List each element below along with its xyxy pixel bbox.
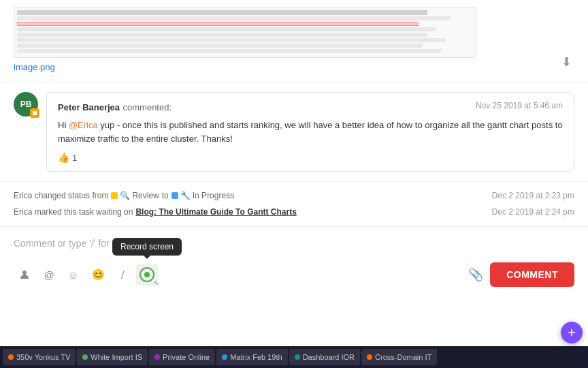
activity-row-2: Erica marked this task waiting on Blog: … [14,204,574,220]
record-screen-tooltip: Record screen [112,238,182,256]
comment-timestamp: Nov 25 2019 at 5:46 am [476,101,563,113]
image-link[interactable]: image.png [14,62,559,72]
comment-toolbar: @ ☺ 😊 / Record screen ↖ [14,258,574,287]
main-container: image.png ⬇ PB Peter Banerjea commented:… [0,0,588,368]
taskbar-dot-0 [8,354,14,360]
taskbar-dot-2 [154,354,160,360]
taskbar-label-3: Matrix Feb 19th [230,353,282,361]
avatar: PB [14,92,38,172]
avatar-badge [30,108,39,118]
thumbs-up-icon: 👍 [58,152,69,163]
taskbar-label-4: Dashboard IOR [303,353,355,361]
activity-prefix-1: Erica changed status from [14,191,108,200]
comment-action: commented: [123,102,172,112]
record-dot-icon [144,272,150,277]
taskbar-dot-5 [367,354,372,360]
status-icon-wrench: 🔧 [180,191,191,200]
record-screen-btn[interactable]: Record screen ↖ [136,264,158,286]
image-section: image.png ⬇ [0,0,588,82]
taskbar-item-1[interactable]: White Import IS [77,349,148,365]
gif-emoji-btn[interactable]: ☺ [63,264,84,286]
status-to-label: In Progress [193,191,234,200]
status-dot-blue [172,192,178,199]
comment-input-area: Comment or type '/' for commands @ ☺ 😊 / [0,226,588,346]
record-circle-icon [140,267,154,282]
taskbar-item-3[interactable]: Matrix Feb 19th [216,349,287,365]
mention: @Erica [69,120,98,130]
toolbar-left: @ ☺ 😊 / Record screen ↖ [14,264,158,286]
activity-to: to [162,191,169,200]
status-icon-search: 🔍 [120,191,130,200]
mention-icon-btn[interactable]: @ [38,264,60,286]
taskbar-label-0: 350v Yonkus TV [16,353,70,361]
taskbar-item-5[interactable]: Cross-Domain IT [361,349,437,365]
activity-link[interactable]: Blog: The Ultimate Guide To Gantt Charts [135,207,296,217]
taskbar-dot-3 [222,354,227,360]
taskbar-item-4[interactable]: Dashboard IOR [289,349,360,365]
download-icon[interactable]: ⬇ [559,52,574,72]
like-button[interactable]: 👍 1 [58,152,563,163]
comment-text: Hi @Erica yup - once this is published a… [58,119,563,145]
like-count: 1 [72,153,77,163]
svg-point-1 [22,271,27,275]
activity-section: Erica changed status from 🔍 Review to 🔧 … [0,182,588,226]
person-icon-btn[interactable] [14,264,35,286]
toolbar-right: 📎 COMMENT [468,262,574,287]
comment-section: PB Peter Banerjea commented: Nov 25 2019… [0,82,588,182]
fab-button[interactable]: + [561,322,583,343]
comment-button[interactable]: COMMENT [490,262,574,287]
cursor-icon: ↖ [154,279,159,287]
activity-prefix-2: Erica marked this task waiting on [14,207,133,217]
activity-row-1: Erica changed status from 🔍 Review to 🔧 … [14,187,574,204]
taskbar-item-2[interactable]: Private Online [149,349,215,365]
taskbar: 350v Yonkus TV White Import IS Private O… [0,346,588,368]
taskbar-dot-1 [82,354,88,360]
fab-icon: + [568,325,576,341]
taskbar-label-5: Cross-Domain IT [375,353,431,361]
activity-time-1: Dec 2 2019 at 2:23 pm [492,191,574,200]
comment-author: Peter Banerjea [58,102,120,112]
svg-rect-0 [33,111,37,115]
comment-bubble: Peter Banerjea commented: Nov 25 2019 at… [46,92,574,172]
taskbar-label-2: Private Online [163,353,210,361]
attach-icon[interactable]: 📎 [468,267,483,282]
comment-placeholder[interactable]: Comment or type '/' for commands [14,235,574,256]
taskbar-label-1: White Import IS [91,353,142,361]
status-from-label: Review [132,191,159,200]
activity-time-2: Dec 2 2019 at 2:24 pm [492,207,574,217]
slash-command-btn[interactable]: / [112,264,133,286]
emoji-btn[interactable]: 😊 [87,264,109,286]
taskbar-dot-4 [295,354,300,360]
taskbar-item-0[interactable]: 350v Yonkus TV [3,349,76,365]
image-thumbnail [14,7,476,58]
status-dot-yellow [111,192,118,199]
